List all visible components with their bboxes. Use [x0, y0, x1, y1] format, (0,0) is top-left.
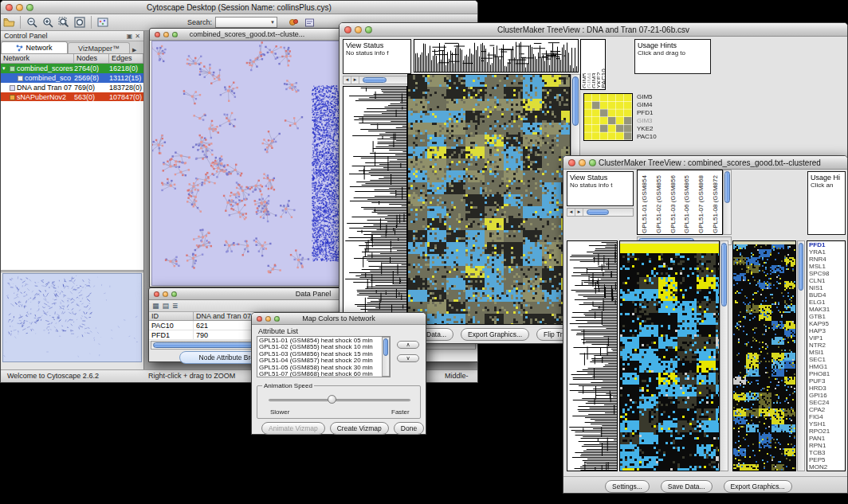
- zoom-heatmap[interactable]: [583, 93, 633, 141]
- gene-label[interactable]: RPO21: [807, 428, 845, 435]
- scroll-right-icon[interactable]: ►: [351, 76, 359, 84]
- network-row[interactable]: combined_sco2569(8)13112(15): [1, 73, 143, 83]
- export-graphics-button[interactable]: Export Graphics...: [461, 328, 529, 341]
- attribute-item[interactable]: GPL51-07 (GSM868) heat shock 60 min: [259, 371, 381, 377]
- zoom-heatmap[interactable]: [732, 240, 796, 471]
- gene-label[interactable]: HMG1: [807, 363, 845, 370]
- float-panel-icon[interactable]: ▣: [124, 33, 135, 40]
- zoom-button[interactable]: [172, 32, 178, 37]
- heatmap-vscrollbar[interactable]: [720, 240, 728, 471]
- scroll-left-icon[interactable]: ◄: [344, 76, 351, 84]
- minimize-button[interactable]: [16, 4, 23, 11]
- gene-label[interactable]: VIP1: [807, 334, 845, 342]
- gene-label[interactable]: CPA2: [807, 406, 845, 413]
- gene-label[interactable]: MAK31: [807, 306, 845, 313]
- tab-vizmapper[interactable]: VizMapper™: [68, 42, 130, 53]
- gene-label[interactable]: YSH1: [807, 420, 845, 428]
- zoom-selected-icon[interactable]: [56, 16, 72, 29]
- hscroll-thumb[interactable]: [587, 209, 609, 215]
- zoom-fit-icon[interactable]: [72, 16, 88, 29]
- select-attributes-icon[interactable]: ▦: [152, 302, 159, 310]
- gene-label[interactable]: NTR2: [807, 342, 845, 349]
- gene-label[interactable]: TCB3: [807, 449, 845, 456]
- network-overview-icon[interactable]: [95, 16, 111, 29]
- gene-name-list[interactable]: PFD1YRA1RNR4MSL1SPC98CLN1NIS1BUD4ELG1MAK…: [807, 240, 846, 471]
- close-button[interactable]: [6, 4, 13, 11]
- treeview1-titlebar[interactable]: ClusterMaker TreeView : DNA and Tran 07-…: [340, 23, 847, 37]
- zoom-out-icon[interactable]: [24, 16, 40, 29]
- close-button[interactable]: [344, 26, 351, 33]
- vizmap-icon[interactable]: [285, 16, 301, 29]
- vscroll-thumb[interactable]: [721, 243, 727, 307]
- treeview2-titlebar[interactable]: ClusterMaker TreeView : combined_scores_…: [563, 156, 847, 170]
- gene-label[interactable]: FIG4: [807, 413, 845, 420]
- gene-label[interactable]: YRA1: [807, 248, 845, 256]
- col-edges[interactable]: Edges: [109, 54, 143, 63]
- minimize-button[interactable]: [355, 26, 362, 33]
- attribute-list-vscrollbar[interactable]: [382, 337, 390, 377]
- close-button[interactable]: [257, 316, 262, 322]
- zoom-button[interactable]: [589, 159, 596, 166]
- gene-label[interactable]: MSL1: [807, 263, 845, 270]
- annotation-icon[interactable]: [301, 16, 317, 29]
- status-hscrollbar[interactable]: ◄ ►: [343, 76, 411, 84]
- settings-button[interactable]: Settings...: [605, 480, 650, 493]
- tab-overflow-icon[interactable]: ▶: [132, 47, 136, 53]
- gene-label[interactable]: SEC24: [807, 399, 845, 406]
- minimize-button[interactable]: [163, 32, 169, 37]
- minimize-button[interactable]: [265, 316, 271, 322]
- gene-label[interactable]: PFD1: [807, 241, 845, 248]
- gene-label[interactable]: HRD3: [807, 385, 845, 392]
- gene-label[interactable]: CLN1: [807, 277, 845, 284]
- global-heatmap[interactable]: [619, 240, 720, 471]
- col-nodes[interactable]: Nodes: [74, 54, 109, 63]
- done-button[interactable]: Done: [394, 422, 424, 435]
- gene-label[interactable]: PUF3: [807, 377, 845, 385]
- move-down-button[interactable]: ∨: [397, 354, 419, 362]
- gene-label[interactable]: MON2: [807, 463, 845, 471]
- speed-slider-thumb[interactable]: [328, 395, 336, 404]
- save-data-button[interactable]: Save Data...: [661, 480, 713, 493]
- gene-label[interactable]: KAP95: [807, 320, 845, 327]
- gene-label[interactable]: BUD4: [807, 291, 845, 299]
- gene-label[interactable]: ELG1: [807, 299, 845, 306]
- create-attribute-icon[interactable]: ▤: [163, 302, 170, 310]
- column-dendrogram[interactable]: [414, 39, 579, 72]
- network-row[interactable]: ▾combined_scores2764(0)16218(0): [1, 64, 143, 73]
- gene-label[interactable]: HAP3: [807, 327, 845, 334]
- zoom-button[interactable]: [171, 291, 177, 297]
- cytoscape-titlebar[interactable]: Cytoscape Desktop (Session Name: collins…: [1, 1, 477, 14]
- zoom-vscrollbar[interactable]: [797, 240, 805, 471]
- network-row[interactable]: DNA and Tran 07769(0)183728(0): [1, 83, 143, 92]
- col-network[interactable]: Network: [1, 54, 74, 63]
- network-table-header[interactable]: Network Nodes Edges: [1, 54, 143, 64]
- gene-label[interactable]: GPI16: [807, 392, 845, 399]
- gene-label[interactable]: PAN1: [807, 435, 845, 442]
- zoom-in-icon[interactable]: [40, 16, 56, 29]
- gene-label[interactable]: RPN1: [807, 442, 845, 449]
- vscroll-thumb[interactable]: [572, 76, 579, 126]
- vscroll-thumb[interactable]: [383, 338, 388, 356]
- speed-slider-track[interactable]: [269, 399, 410, 401]
- network-view-titlebar[interactable]: combined_scores_good.txt--cluste...: [150, 29, 344, 41]
- global-heatmap[interactable]: [407, 74, 571, 325]
- create-vizmap-button[interactable]: Create Vizmap: [330, 422, 389, 435]
- panel-splitter[interactable]: [1, 270, 143, 272]
- zoom-button[interactable]: [274, 316, 280, 322]
- open-session-icon[interactable]: [1, 16, 17, 29]
- row-dendrogram[interactable]: [343, 86, 407, 325]
- gene-label[interactable]: RNR4: [807, 256, 845, 263]
- tab-network[interactable]: Network: [1, 41, 68, 53]
- animate-vizmap-button[interactable]: Animate Vizmap: [261, 422, 325, 435]
- gene-label[interactable]: SEC1: [807, 356, 845, 363]
- col-id[interactable]: ID: [149, 312, 194, 320]
- search-input[interactable]: ▼: [215, 17, 277, 28]
- row-dendrogram[interactable]: [567, 240, 618, 471]
- close-panel-icon[interactable]: ✕: [135, 33, 143, 40]
- minimize-button[interactable]: [579, 159, 586, 166]
- attribute-matrix-icon[interactable]: ≣: [172, 302, 179, 310]
- move-up-button[interactable]: ∧: [397, 341, 419, 349]
- gene-label[interactable]: PEP5: [807, 456, 845, 463]
- birdseye-view[interactable]: [2, 273, 142, 362]
- gene-label[interactable]: MSI1: [807, 349, 845, 356]
